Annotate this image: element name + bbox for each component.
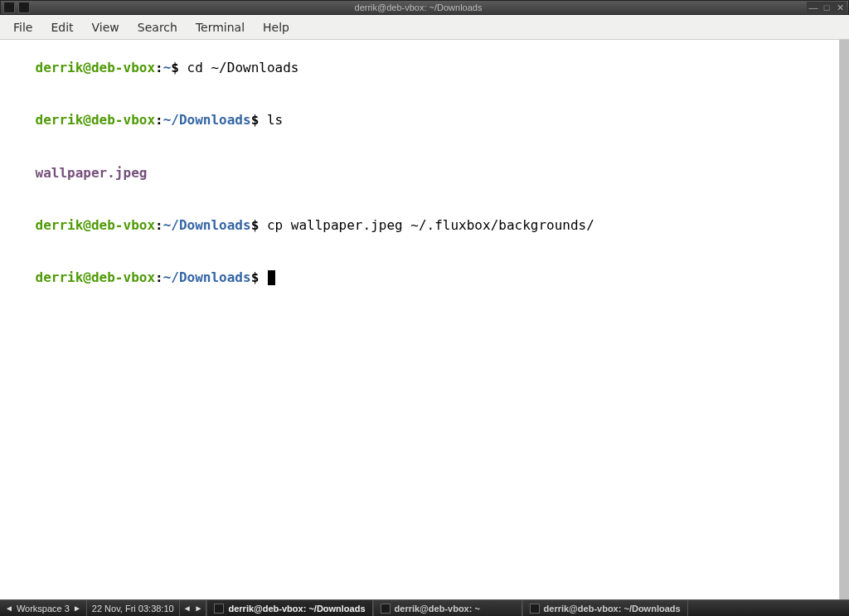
window-title: derrik@deb-vbox: ~/Downloads xyxy=(30,2,807,12)
scrollbar-thumb[interactable] xyxy=(840,40,849,599)
minimize-button[interactable]: — xyxy=(807,2,820,13)
prompt-user-host: derrik@deb-vbox xyxy=(36,60,156,75)
task-item[interactable]: derrik@deb-vbox: ~/Downloads xyxy=(522,600,688,616)
terminal-area[interactable]: derrik@deb-vbox:~$ cd ~/Downloads derrik… xyxy=(0,40,849,599)
task-item[interactable]: derrik@deb-vbox: ~ xyxy=(373,600,522,616)
workspace-next-icon[interactable]: ► xyxy=(73,604,81,613)
workspace-prev-icon[interactable]: ◄ xyxy=(5,604,13,613)
task-label: derrik@deb-vbox: ~/Downloads xyxy=(228,604,365,614)
command-text: cp wallpaper.jpeg ~/.fluxbox/backgrounds… xyxy=(267,217,594,233)
prompt-user-host: derrik@deb-vbox xyxy=(36,112,156,128)
ls-output-file: wallpaper.jpeg xyxy=(36,165,148,181)
task-label: derrik@deb-vbox: ~/Downloads xyxy=(544,604,681,614)
task-item[interactable]: derrik@deb-vbox: ~/Downloads xyxy=(206,600,372,616)
menubar: File Edit View Search Terminal Help xyxy=(0,15,849,40)
menu-help[interactable]: Help xyxy=(255,18,298,36)
terminal-line: derrik@deb-vbox:~/Downloads$ cp wallpape… xyxy=(3,199,846,251)
maximize-button[interactable]: □ xyxy=(820,2,833,13)
terminal-icon xyxy=(530,604,540,614)
menu-search[interactable]: Search xyxy=(129,18,186,36)
workspace-label: Workspace 3 xyxy=(17,604,70,614)
terminal-icon xyxy=(381,604,391,614)
window-titlebar: derrik@deb-vbox: ~/Downloads — □ ✕ xyxy=(0,0,849,15)
task-next-icon[interactable]: ► xyxy=(195,604,203,613)
prompt-path: ~/Downloads xyxy=(163,269,251,285)
terminal-line: derrik@deb-vbox:~$ cd ~/Downloads xyxy=(3,41,846,94)
task-label: derrik@deb-vbox: ~ xyxy=(395,604,480,614)
menu-terminal[interactable]: Terminal xyxy=(187,18,253,36)
prompt-path: ~ xyxy=(163,60,172,75)
command-text: cd ~/Downloads xyxy=(187,60,299,75)
taskbar: ◄ Workspace 3 ► 22 Nov, Fri 03:38:10 ◄ ►… xyxy=(0,599,849,616)
menu-view[interactable]: View xyxy=(84,18,128,36)
close-button[interactable]: ✕ xyxy=(833,2,847,13)
terminal-line: derrik@deb-vbox:~/Downloads$ ls xyxy=(3,94,846,146)
prompt-path: ~/Downloads xyxy=(163,217,251,233)
terminal-line: wallpaper.jpeg xyxy=(3,147,846,199)
window-menu-icon[interactable] xyxy=(3,2,15,13)
terminal-line: derrik@deb-vbox:~/Downloads$ xyxy=(3,251,846,303)
clock-text: 22 Nov, Fri 03:38:10 xyxy=(92,604,174,614)
text-cursor xyxy=(268,270,275,285)
menu-file[interactable]: File xyxy=(5,18,41,36)
vertical-scrollbar[interactable] xyxy=(839,40,849,599)
task-prev-icon[interactable]: ◄ xyxy=(183,604,192,613)
taskbar-clock[interactable]: 22 Nov, Fri 03:38:10 xyxy=(87,600,180,616)
prompt-path: ~/Downloads xyxy=(163,112,251,128)
prompt-user-host: derrik@deb-vbox xyxy=(36,217,156,233)
terminal-app-icon xyxy=(18,2,30,13)
workspace-switcher[interactable]: ◄ Workspace 3 ► xyxy=(0,600,87,616)
prompt-user-host: derrik@deb-vbox xyxy=(36,269,156,285)
command-text: ls xyxy=(267,112,283,128)
terminal-icon xyxy=(214,604,224,614)
taskbar-nav: ◄ ► xyxy=(180,600,207,616)
menu-edit[interactable]: Edit xyxy=(42,18,81,36)
